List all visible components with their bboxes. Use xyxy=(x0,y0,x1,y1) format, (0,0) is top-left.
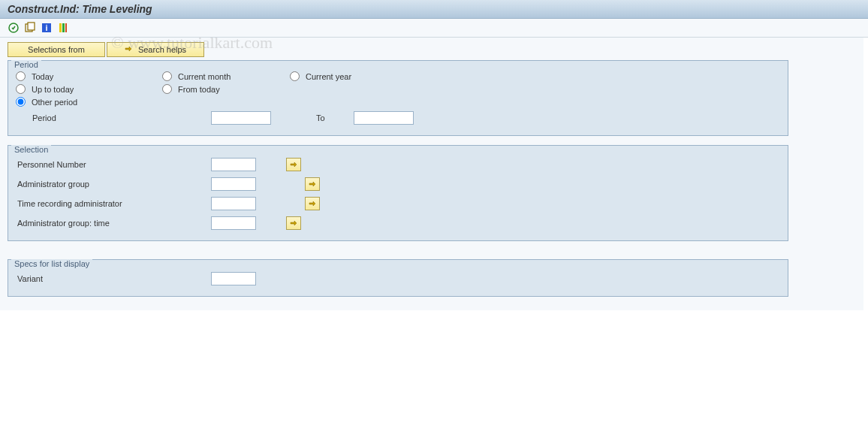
radio-from-today-label: From today xyxy=(178,85,220,94)
content-area: Selections from Search helps Period Toda… xyxy=(0,38,863,310)
selections-from-button[interactable]: Selections from xyxy=(8,42,105,57)
admin-group-time-label: Administrator group: time xyxy=(16,219,211,228)
selection-legend: Selection xyxy=(11,145,51,154)
radio-up-to-today[interactable]: Up to today xyxy=(16,84,162,94)
radio-from-today[interactable]: From today xyxy=(162,84,290,94)
radio-today-input[interactable] xyxy=(16,71,26,81)
window-title-bar: Construct.Ind: Time Leveling xyxy=(0,0,868,19)
specs-legend: Specs for list display xyxy=(11,259,92,268)
search-helps-label: Search helps xyxy=(138,45,186,54)
personnel-number-input[interactable] xyxy=(211,158,256,171)
period-group: Period Today Current month Current year xyxy=(8,60,788,136)
button-row: Selections from Search helps xyxy=(8,42,856,57)
radio-current-year-label: Current year xyxy=(306,72,351,81)
get-variant-icon[interactable] xyxy=(24,22,36,34)
svg-rect-5 xyxy=(59,23,62,32)
period-field-label: Period xyxy=(16,113,211,122)
svg-rect-6 xyxy=(62,23,65,32)
window-title: Construct.Ind: Time Leveling xyxy=(8,3,152,15)
info-icon[interactable]: i xyxy=(41,22,53,34)
svg-rect-2 xyxy=(28,23,35,30)
time-rec-admin-label: Time recording administrator xyxy=(16,199,211,208)
arrow-right-icon xyxy=(125,45,132,54)
svg-rect-7 xyxy=(65,23,67,32)
admin-group-multi-button[interactable] xyxy=(305,177,320,191)
radio-current-month-label: Current month xyxy=(178,72,231,81)
radio-current-year-input[interactable] xyxy=(290,71,300,81)
period-to-input[interactable] xyxy=(354,111,414,125)
variant-input[interactable] xyxy=(211,272,256,285)
personnel-number-label: Personnel Number xyxy=(16,160,211,169)
admin-group-input[interactable] xyxy=(211,177,256,191)
period-to-label: To xyxy=(316,113,354,122)
specs-group: Specs for list display Variant xyxy=(8,259,788,297)
admin-group-time-multi-button[interactable] xyxy=(286,216,301,230)
radio-today-label: Today xyxy=(32,72,53,81)
selections-from-label: Selections from xyxy=(28,45,85,54)
time-rec-admin-input[interactable] xyxy=(211,197,256,210)
radio-other-period-input[interactable] xyxy=(16,97,26,107)
radio-today[interactable]: Today xyxy=(16,71,162,81)
svg-text:i: i xyxy=(45,23,47,32)
radio-current-month[interactable]: Current month xyxy=(162,71,290,81)
exit-icon[interactable] xyxy=(57,22,69,34)
execute-icon[interactable] xyxy=(8,22,20,34)
radio-other-period-label: Other period xyxy=(32,98,77,107)
radio-current-year[interactable]: Current year xyxy=(290,71,425,81)
radio-up-to-today-input[interactable] xyxy=(16,84,26,94)
app-toolbar: i xyxy=(0,19,868,38)
time-rec-admin-multi-button[interactable] xyxy=(305,197,320,210)
personnel-number-multi-button[interactable] xyxy=(286,158,301,171)
period-legend: Period xyxy=(11,60,41,69)
period-from-input[interactable] xyxy=(211,111,271,125)
admin-group-label: Administrator group xyxy=(16,180,211,189)
variant-label: Variant xyxy=(16,274,211,283)
selection-group: Selection Personnel Number Administrator… xyxy=(8,145,788,241)
radio-up-to-today-label: Up to today xyxy=(32,85,74,94)
radio-other-period[interactable]: Other period xyxy=(16,97,162,107)
radio-current-month-input[interactable] xyxy=(162,71,172,81)
admin-group-time-input[interactable] xyxy=(211,216,256,230)
search-helps-button[interactable]: Search helps xyxy=(107,42,204,57)
radio-from-today-input[interactable] xyxy=(162,84,172,94)
